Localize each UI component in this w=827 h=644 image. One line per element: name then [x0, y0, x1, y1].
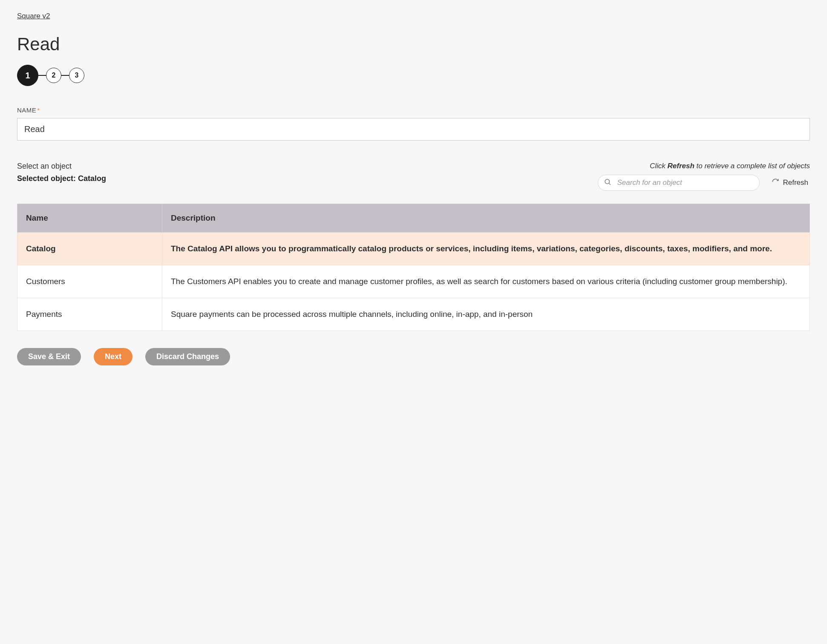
table-header-description: Description — [162, 204, 810, 233]
object-table: Name Description CatalogThe Catalog API … — [17, 204, 810, 331]
refresh-hint: Click Refresh to retrieve a complete lis… — [598, 162, 810, 170]
table-row[interactable]: CatalogThe Catalog API allows you to pro… — [17, 233, 810, 265]
next-button[interactable]: Next — [94, 348, 133, 365]
discard-changes-button[interactable]: Discard Changes — [145, 348, 230, 365]
svg-point-0 — [605, 179, 610, 184]
object-name-cell: Catalog — [17, 233, 162, 265]
table-header-name: Name — [17, 204, 162, 233]
step-2[interactable]: 2 — [46, 68, 61, 83]
object-description-cell: Square payments can be processed across … — [162, 298, 810, 331]
name-field-label: NAME* — [17, 106, 810, 114]
object-description-cell: The Customers API enables you to create … — [162, 265, 810, 298]
selected-object: Selected object: Catalog — [17, 174, 106, 183]
object-name-cell: Customers — [17, 265, 162, 298]
name-input[interactable] — [17, 118, 810, 141]
required-marker: * — [37, 106, 40, 114]
object-description-cell: The Catalog API allows you to programmat… — [162, 233, 810, 265]
stepper: 1 2 3 — [17, 65, 810, 86]
table-row[interactable]: CustomersThe Customers API enables you t… — [17, 265, 810, 298]
search-input[interactable] — [598, 175, 760, 191]
step-1[interactable]: 1 — [17, 65, 38, 86]
step-connector — [61, 75, 69, 76]
step-connector — [38, 75, 46, 76]
search-icon — [604, 178, 611, 187]
footer-actions: Save & Exit Next Discard Changes — [17, 348, 810, 365]
save-exit-button[interactable]: Save & Exit — [17, 348, 81, 365]
breadcrumb-link[interactable]: Square v2 — [17, 12, 50, 20]
page-title: Read — [17, 34, 810, 55]
svg-line-1 — [609, 183, 611, 184]
refresh-icon — [772, 178, 779, 188]
select-object-label: Select an object — [17, 162, 106, 171]
refresh-label: Refresh — [783, 178, 808, 187]
object-name-cell: Payments — [17, 298, 162, 331]
table-row[interactable]: PaymentsSquare payments can be processed… — [17, 298, 810, 331]
refresh-button[interactable]: Refresh — [770, 176, 810, 190]
step-3[interactable]: 3 — [69, 68, 84, 83]
